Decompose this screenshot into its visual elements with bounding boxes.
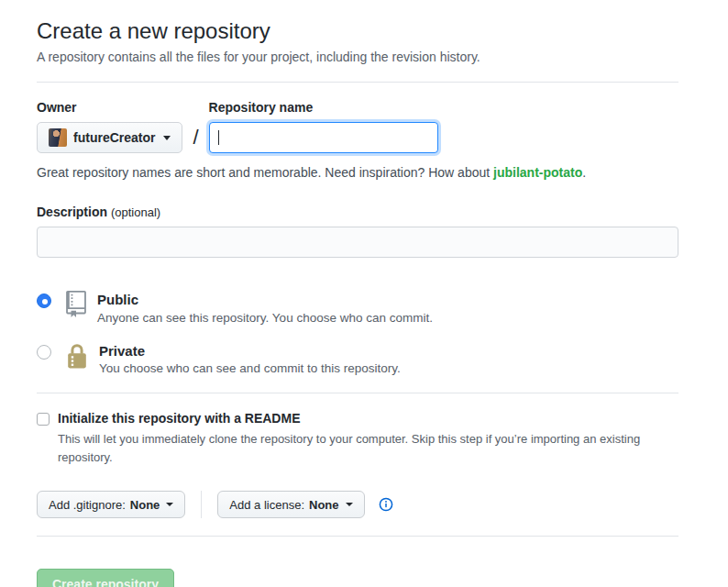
avatar [49, 128, 67, 147]
readme-section: Initialize this repository with a README… [37, 411, 678, 467]
description-optional-tag: (optional) [111, 205, 160, 219]
owner-username: futureCreator [73, 130, 155, 145]
page-subtitle: A repository contains all the files for … [37, 50, 678, 64]
readme-label[interactable]: Initialize this repository with a README [58, 411, 300, 426]
caret-down-icon [163, 136, 171, 140]
hint-text: Great repository names are short and mem… [37, 165, 493, 180]
gitignore-value: None [130, 498, 160, 512]
vertical-divider [201, 491, 202, 518]
public-radio[interactable] [37, 294, 51, 308]
repo-name-input[interactable] [209, 122, 438, 153]
divider [37, 536, 678, 537]
public-description: Anyone can see this repository. You choo… [97, 311, 433, 325]
name-row: Owner futureCreator / Repository name [37, 100, 678, 153]
repo-name-hint: Great repository names are short and mem… [37, 165, 678, 180]
license-prefix: Add a license: [229, 498, 304, 512]
caret-down-icon [346, 503, 353, 506]
description-input[interactable] [37, 227, 678, 258]
owner-field: Owner futureCreator [37, 100, 182, 153]
readme-row: Initialize this repository with a README [37, 411, 678, 426]
lock-icon [66, 342, 88, 372]
readme-description: This will let you immediately clone the … [58, 430, 658, 467]
create-repository-page: Create a new repository A repository con… [37, 0, 678, 587]
page-title: Create a new repository [37, 18, 678, 44]
license-dropdown-button[interactable]: Add a license: None [217, 491, 364, 518]
public-label[interactable]: Public [97, 291, 433, 309]
private-radio[interactable] [37, 345, 51, 360]
repo-icon [66, 291, 86, 320]
private-option-row: Private You choose who can see and commi… [37, 342, 678, 376]
owner-select-button[interactable]: futureCreator [37, 122, 182, 153]
path-separator: / [193, 126, 198, 150]
private-option-text: Private You choose who can see and commi… [99, 342, 401, 376]
gitignore-prefix: Add .gitignore: [49, 498, 126, 512]
public-option-row: Public Anyone can see this repository. Y… [37, 291, 678, 325]
private-description: You choose who can see and commit to thi… [99, 361, 401, 375]
repo-name-label: Repository name [209, 100, 438, 115]
description-label: Description [37, 205, 107, 219]
owner-label: Owner [37, 100, 182, 115]
description-label-row: Description (optional) [37, 205, 678, 219]
gitignore-dropdown-button[interactable]: Add .gitignore: None [37, 491, 185, 518]
hint-period: . [582, 165, 586, 180]
repo-suggestion-link[interactable]: jubilant-potato [493, 165, 582, 180]
addons-row: Add .gitignore: None Add a license: None [37, 491, 678, 518]
caret-down-icon [166, 503, 173, 506]
create-repository-button[interactable]: Create repository [37, 569, 174, 587]
public-option-text: Public Anyone can see this repository. Y… [97, 291, 433, 325]
description-field: Description (optional) [37, 205, 678, 258]
divider [37, 82, 678, 83]
readme-checkbox[interactable] [37, 413, 50, 426]
license-value: None [309, 498, 339, 512]
visibility-options: Public Anyone can see this repository. Y… [37, 291, 678, 375]
repo-name-field: Repository name [209, 100, 438, 153]
private-label[interactable]: Private [99, 342, 401, 360]
info-icon[interactable] [379, 497, 393, 512]
divider [37, 393, 678, 393]
text-cursor [218, 130, 219, 145]
